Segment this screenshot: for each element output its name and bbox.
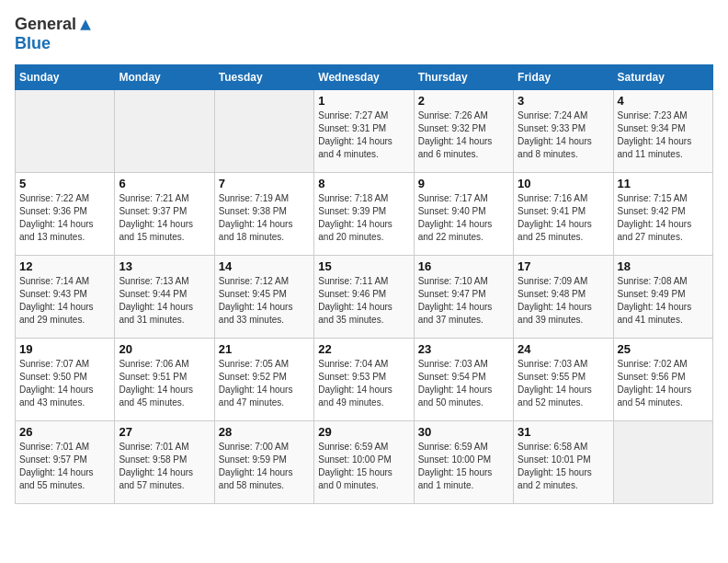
calendar-cell	[115, 90, 214, 173]
week-row-4: 19Sunrise: 7:07 AM Sunset: 9:50 PM Dayli…	[16, 339, 713, 421]
calendar-cell: 23Sunrise: 7:03 AM Sunset: 9:54 PM Dayli…	[414, 339, 513, 421]
logo-general: General	[15, 15, 76, 34]
logo-blue: Blue	[15, 34, 51, 53]
calendar-cell: 11Sunrise: 7:15 AM Sunset: 9:42 PM Dayli…	[613, 173, 712, 256]
calendar-table: SundayMondayTuesdayWednesdayThursdayFrid…	[15, 64, 713, 504]
week-row-1: 1Sunrise: 7:27 AM Sunset: 9:31 PM Daylig…	[16, 90, 713, 173]
day-info: Sunrise: 7:19 AM Sunset: 9:38 PM Dayligh…	[219, 192, 310, 244]
calendar-cell	[214, 90, 313, 173]
calendar-cell: 18Sunrise: 7:08 AM Sunset: 9:49 PM Dayli…	[613, 256, 712, 339]
calendar-cell: 3Sunrise: 7:24 AM Sunset: 9:33 PM Daylig…	[514, 90, 613, 173]
day-number: 27	[119, 425, 210, 439]
day-info: Sunrise: 6:59 AM Sunset: 10:00 PM Daylig…	[318, 441, 409, 492]
calendar-cell: 1Sunrise: 7:27 AM Sunset: 9:31 PM Daylig…	[314, 90, 414, 173]
calendar-cell: 22Sunrise: 7:04 AM Sunset: 9:53 PM Dayli…	[314, 339, 414, 421]
week-row-2: 5Sunrise: 7:22 AM Sunset: 9:36 PM Daylig…	[16, 173, 713, 256]
day-number: 23	[418, 342, 509, 356]
calendar-cell: 10Sunrise: 7:16 AM Sunset: 9:41 PM Dayli…	[514, 173, 613, 256]
calendar-cell: 6Sunrise: 7:21 AM Sunset: 9:37 PM Daylig…	[115, 173, 214, 256]
header-day-sunday: Sunday	[16, 65, 115, 90]
calendar-cell: 19Sunrise: 7:07 AM Sunset: 9:50 PM Dayli…	[16, 339, 115, 421]
calendar-cell: 13Sunrise: 7:13 AM Sunset: 9:44 PM Dayli…	[115, 256, 214, 339]
day-info: Sunrise: 7:13 AM Sunset: 9:44 PM Dayligh…	[119, 275, 210, 327]
calendar-cell: 15Sunrise: 7:11 AM Sunset: 9:46 PM Dayli…	[314, 256, 414, 339]
calendar-cell: 27Sunrise: 7:01 AM Sunset: 9:58 PM Dayli…	[115, 421, 214, 504]
day-info: Sunrise: 7:21 AM Sunset: 9:37 PM Dayligh…	[119, 192, 210, 244]
calendar-cell: 8Sunrise: 7:18 AM Sunset: 9:39 PM Daylig…	[314, 173, 414, 256]
header-day-saturday: Saturday	[613, 65, 712, 90]
day-number: 1	[318, 94, 409, 108]
day-info: Sunrise: 7:01 AM Sunset: 9:58 PM Dayligh…	[119, 441, 210, 492]
day-info: Sunrise: 7:08 AM Sunset: 9:49 PM Dayligh…	[618, 275, 709, 327]
day-info: Sunrise: 7:07 AM Sunset: 9:50 PM Dayligh…	[19, 358, 110, 409]
day-info: Sunrise: 7:24 AM Sunset: 9:33 PM Dayligh…	[518, 109, 609, 161]
header-row: SundayMondayTuesdayWednesdayThursdayFrid…	[16, 65, 713, 90]
day-info: Sunrise: 7:03 AM Sunset: 9:54 PM Dayligh…	[418, 358, 509, 409]
day-number: 12	[19, 259, 110, 273]
day-number: 9	[418, 177, 509, 190]
calendar-cell: 14Sunrise: 7:12 AM Sunset: 9:45 PM Dayli…	[214, 256, 313, 339]
day-info: Sunrise: 7:04 AM Sunset: 9:53 PM Dayligh…	[318, 358, 409, 409]
day-number: 5	[19, 177, 110, 190]
day-number: 14	[219, 259, 310, 273]
calendar-cell: 17Sunrise: 7:09 AM Sunset: 9:48 PM Dayli…	[514, 256, 613, 339]
day-info: Sunrise: 7:02 AM Sunset: 9:56 PM Dayligh…	[618, 358, 709, 409]
day-info: Sunrise: 6:58 AM Sunset: 10:01 PM Daylig…	[518, 441, 609, 492]
day-info: Sunrise: 7:12 AM Sunset: 9:45 PM Dayligh…	[219, 275, 310, 327]
day-number: 29	[318, 425, 409, 439]
day-number: 3	[518, 94, 609, 108]
day-number: 26	[19, 425, 110, 439]
day-number: 20	[119, 342, 210, 356]
day-info: Sunrise: 7:22 AM Sunset: 9:36 PM Dayligh…	[19, 192, 110, 244]
calendar-cell: 28Sunrise: 7:00 AM Sunset: 9:59 PM Dayli…	[214, 421, 313, 504]
calendar-cell: 4Sunrise: 7:23 AM Sunset: 9:34 PM Daylig…	[613, 90, 712, 173]
header-day-tuesday: Tuesday	[214, 65, 313, 90]
day-info: Sunrise: 7:17 AM Sunset: 9:40 PM Dayligh…	[418, 192, 509, 244]
day-number: 25	[618, 342, 709, 356]
day-info: Sunrise: 7:27 AM Sunset: 9:31 PM Dayligh…	[318, 109, 409, 161]
day-number: 11	[618, 177, 709, 190]
day-number: 22	[318, 342, 409, 356]
calendar-cell: 9Sunrise: 7:17 AM Sunset: 9:40 PM Daylig…	[414, 173, 513, 256]
calendar-cell: 2Sunrise: 7:26 AM Sunset: 9:32 PM Daylig…	[414, 90, 513, 173]
header-day-thursday: Thursday	[414, 65, 513, 90]
day-number: 28	[219, 425, 310, 439]
day-number: 31	[518, 425, 609, 439]
day-info: Sunrise: 7:23 AM Sunset: 9:34 PM Dayligh…	[618, 109, 709, 161]
week-row-3: 12Sunrise: 7:14 AM Sunset: 9:43 PM Dayli…	[16, 256, 713, 339]
day-number: 24	[518, 342, 609, 356]
day-info: Sunrise: 7:26 AM Sunset: 9:32 PM Dayligh…	[418, 109, 509, 161]
day-number: 17	[518, 259, 609, 273]
svg-marker-0	[80, 19, 91, 30]
day-info: Sunrise: 6:59 AM Sunset: 10:00 PM Daylig…	[418, 441, 509, 492]
calendar-cell: 7Sunrise: 7:19 AM Sunset: 9:38 PM Daylig…	[214, 173, 313, 256]
day-info: Sunrise: 7:09 AM Sunset: 9:48 PM Dayligh…	[518, 275, 609, 327]
header-day-wednesday: Wednesday	[314, 65, 414, 90]
day-number: 2	[418, 94, 509, 108]
day-number: 21	[219, 342, 310, 356]
logo: GeneralBlue	[15, 15, 92, 53]
day-number: 15	[318, 259, 409, 273]
day-number: 10	[518, 177, 609, 190]
day-number: 4	[618, 94, 709, 108]
day-number: 16	[418, 259, 509, 273]
calendar-cell	[16, 90, 115, 173]
day-info: Sunrise: 7:14 AM Sunset: 9:43 PM Dayligh…	[19, 275, 110, 327]
day-info: Sunrise: 7:06 AM Sunset: 9:51 PM Dayligh…	[119, 358, 210, 409]
day-info: Sunrise: 7:16 AM Sunset: 9:41 PM Dayligh…	[518, 192, 609, 244]
day-number: 18	[618, 259, 709, 273]
calendar-cell: 25Sunrise: 7:02 AM Sunset: 9:56 PM Dayli…	[613, 339, 712, 421]
header: GeneralBlue	[15, 15, 713, 53]
calendar-cell: 16Sunrise: 7:10 AM Sunset: 9:47 PM Dayli…	[414, 256, 513, 339]
day-info: Sunrise: 7:03 AM Sunset: 9:55 PM Dayligh…	[518, 358, 609, 409]
day-info: Sunrise: 7:11 AM Sunset: 9:46 PM Dayligh…	[318, 275, 409, 327]
calendar-cell: 21Sunrise: 7:05 AM Sunset: 9:52 PM Dayli…	[214, 339, 313, 421]
header-day-friday: Friday	[514, 65, 613, 90]
calendar-cell	[613, 421, 712, 504]
day-number: 30	[418, 425, 509, 439]
day-info: Sunrise: 7:18 AM Sunset: 9:39 PM Dayligh…	[318, 192, 409, 244]
day-info: Sunrise: 7:05 AM Sunset: 9:52 PM Dayligh…	[219, 358, 310, 409]
calendar-cell: 20Sunrise: 7:06 AM Sunset: 9:51 PM Dayli…	[115, 339, 214, 421]
day-number: 19	[19, 342, 110, 356]
calendar-cell: 12Sunrise: 7:14 AM Sunset: 9:43 PM Dayli…	[16, 256, 115, 339]
